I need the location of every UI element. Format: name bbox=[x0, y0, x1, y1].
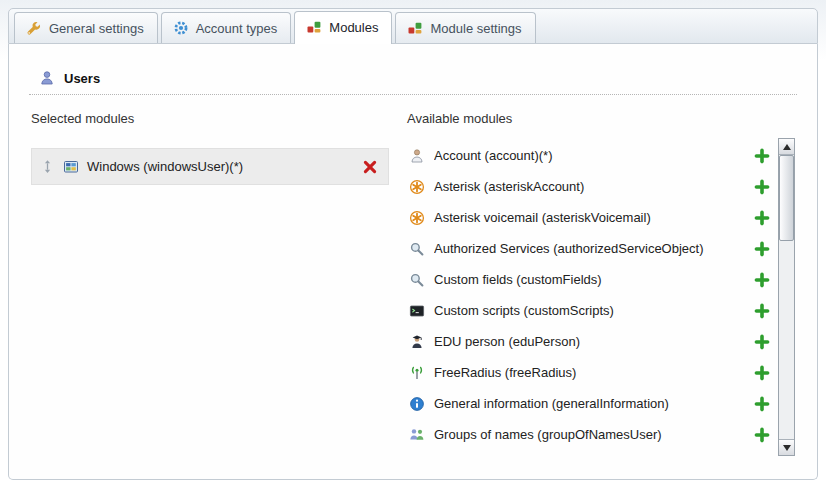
add-plus-icon bbox=[754, 334, 770, 350]
available-modules-heading: Available modules bbox=[407, 111, 795, 126]
tab-bar: General settings Account types Modules M… bbox=[8, 8, 818, 44]
tab-label: Account types bbox=[196, 21, 278, 36]
selected-modules-heading: Selected modules bbox=[31, 111, 389, 126]
remove-module-button[interactable] bbox=[362, 159, 378, 175]
tab-account-types[interactable]: Account types bbox=[161, 12, 292, 43]
add-plus-icon bbox=[754, 272, 770, 288]
add-module-button[interactable] bbox=[754, 396, 770, 412]
module-label: FreeRadius (freeRadius) bbox=[434, 365, 745, 380]
gear-icon bbox=[173, 20, 189, 36]
add-plus-icon bbox=[754, 427, 770, 443]
module-columns: Selected modules Windows (windowsUser)(*… bbox=[29, 111, 797, 456]
available-module-row: Custom fields (customFields) bbox=[407, 264, 770, 295]
info-icon bbox=[409, 396, 425, 412]
available-module-row: Custom scripts (customScripts) bbox=[407, 295, 770, 326]
available-modules-list-wrap: Account (account)(*) Asterisk (asteriskA… bbox=[407, 140, 795, 456]
add-plus-icon bbox=[754, 241, 770, 257]
module-settings-icon bbox=[407, 20, 423, 36]
delete-x-icon bbox=[362, 159, 378, 175]
module-label: Asterisk voicemail (asteriskVoicemail) bbox=[434, 210, 745, 225]
scroll-down-button[interactable] bbox=[779, 439, 794, 455]
add-module-button[interactable] bbox=[754, 427, 770, 443]
available-module-row: General information (generalInformation) bbox=[407, 388, 770, 419]
graduate-person-icon bbox=[409, 334, 425, 350]
available-module-row: Authorized Services (authorizedServiceOb… bbox=[407, 233, 770, 264]
add-plus-icon bbox=[754, 365, 770, 381]
available-module-row: FreeRadius (freeRadius) bbox=[407, 357, 770, 388]
module-label: Custom fields (customFields) bbox=[434, 272, 745, 287]
add-module-button[interactable] bbox=[754, 365, 770, 381]
tab-general-settings[interactable]: General settings bbox=[14, 12, 158, 43]
add-plus-icon bbox=[754, 210, 770, 226]
terminal-icon bbox=[409, 303, 425, 319]
tab-label: Module settings bbox=[430, 21, 521, 36]
triangle-up-icon bbox=[783, 144, 791, 150]
modules-icon bbox=[306, 19, 322, 35]
users-section-header: Users bbox=[29, 70, 797, 95]
section-title: Users bbox=[64, 71, 100, 86]
lam-configuration-page: General settings Account types Modules M… bbox=[0, 0, 826, 486]
add-plus-icon bbox=[754, 148, 770, 164]
add-plus-icon bbox=[754, 396, 770, 412]
selected-module-label: Windows (windowsUser)(*) bbox=[87, 159, 354, 174]
wrench-icon bbox=[26, 20, 42, 36]
available-module-row: Account (account)(*) bbox=[407, 140, 770, 171]
user-icon bbox=[39, 70, 55, 86]
scroll-thumb[interactable] bbox=[779, 155, 794, 241]
available-modules-column: Available modules Account (account)(*) bbox=[407, 111, 795, 456]
modules-panel: Users Selected modules Windows (windowsU… bbox=[8, 44, 818, 480]
add-module-button[interactable] bbox=[754, 272, 770, 288]
module-label: Groups of names (groupOfNamesUser) bbox=[434, 427, 745, 442]
add-module-button[interactable] bbox=[754, 241, 770, 257]
module-label: Asterisk (asteriskAccount) bbox=[434, 179, 745, 194]
windows-icon bbox=[63, 159, 79, 175]
search-icon bbox=[409, 241, 425, 257]
module-label: Custom scripts (customScripts) bbox=[434, 303, 745, 318]
search-icon bbox=[409, 272, 425, 288]
asterisk-voicemail-icon bbox=[409, 210, 425, 226]
triangle-down-icon bbox=[783, 445, 791, 451]
antenna-icon bbox=[409, 365, 425, 381]
add-module-button[interactable] bbox=[754, 210, 770, 226]
available-module-row: Asterisk (asteriskAccount) bbox=[407, 171, 770, 202]
account-icon bbox=[409, 148, 425, 164]
tab-label: Modules bbox=[329, 20, 378, 35]
module-label: Authorized Services (authorizedServiceOb… bbox=[434, 241, 745, 256]
group-icon bbox=[409, 427, 425, 443]
scrollbar[interactable] bbox=[778, 138, 795, 456]
module-label: General information (generalInformation) bbox=[434, 396, 745, 411]
selected-module-row[interactable]: Windows (windowsUser)(*) bbox=[31, 148, 389, 185]
available-module-row: Asterisk voicemail (asteriskVoicemail) bbox=[407, 202, 770, 233]
module-label: Account (account)(*) bbox=[434, 148, 745, 163]
tab-module-settings[interactable]: Module settings bbox=[395, 12, 535, 43]
add-module-button[interactable] bbox=[754, 303, 770, 319]
drag-handle-icon[interactable] bbox=[40, 159, 55, 174]
available-modules-list: Account (account)(*) Asterisk (asteriskA… bbox=[407, 140, 770, 456]
asterisk-icon bbox=[409, 179, 425, 195]
add-plus-icon bbox=[754, 179, 770, 195]
selected-modules-column: Selected modules Windows (windowsUser)(*… bbox=[31, 111, 389, 456]
scroll-up-button[interactable] bbox=[779, 139, 794, 155]
add-module-button[interactable] bbox=[754, 148, 770, 164]
scroll-track[interactable] bbox=[779, 155, 794, 439]
add-plus-icon bbox=[754, 303, 770, 319]
settings-tabs-widget: General settings Account types Modules M… bbox=[8, 8, 818, 480]
available-module-row: EDU person (eduPerson) bbox=[407, 326, 770, 357]
add-module-button[interactable] bbox=[754, 179, 770, 195]
tab-modules[interactable]: Modules bbox=[294, 11, 392, 44]
tab-label: General settings bbox=[49, 21, 144, 36]
add-module-button[interactable] bbox=[754, 334, 770, 350]
available-module-row: Groups of names (groupOfNamesUser) bbox=[407, 419, 770, 450]
module-label: EDU person (eduPerson) bbox=[434, 334, 745, 349]
